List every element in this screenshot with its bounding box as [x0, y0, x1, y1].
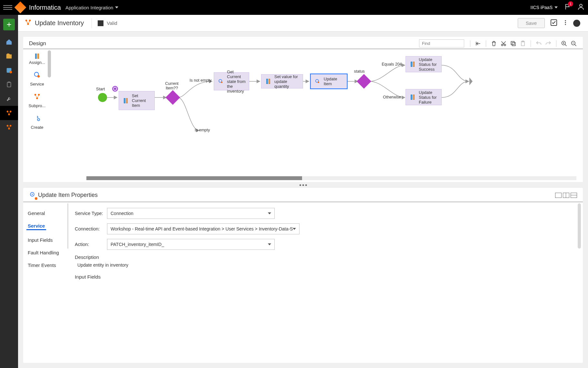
redo-icon[interactable] [545, 40, 552, 47]
validate-button[interactable] [550, 19, 558, 28]
gateway-label-status: status [354, 69, 365, 74]
node-label: Update Status for Success [419, 57, 438, 72]
svg-point-0 [580, 4, 582, 7]
collapse-start-icon[interactable] [475, 40, 481, 47]
node-get-current-state[interactable]: Get Current state from the inventory [214, 72, 249, 90]
rail-connections-active[interactable] [0, 106, 18, 120]
svg-point-33 [221, 82, 223, 83]
node-update-item[interactable]: Update Item [310, 74, 348, 89]
gateway-current-item[interactable] [165, 90, 180, 105]
service-type-label: Service Type: [75, 211, 107, 216]
svg-rect-4 [8, 82, 10, 83]
palette-label: Service [30, 82, 44, 87]
tab-input-fields[interactable]: Input Fields [26, 235, 68, 247]
tenant-name: IICS iPaaS [531, 5, 553, 10]
layout-split-h[interactable] [571, 193, 577, 198]
zoom-in-icon[interactable] [561, 40, 567, 47]
node-update-success[interactable]: Update Status for Success [406, 56, 442, 72]
save-button[interactable]: Save [518, 18, 545, 28]
find-input[interactable] [419, 39, 464, 47]
cut-icon[interactable] [500, 40, 507, 47]
status-indicator[interactable] [573, 20, 580, 27]
rail-tools[interactable] [0, 92, 18, 106]
palette-subprocess[interactable]: Subpro... [26, 92, 48, 111]
svg-point-6 [10, 111, 12, 113]
paste-icon[interactable] [520, 40, 526, 47]
app-switcher[interactable]: Application Integration [65, 5, 118, 10]
palette: Assign... Service Subpro... Create [23, 49, 51, 182]
tab-service[interactable]: Service [26, 220, 46, 230]
left-rail [0, 15, 18, 368]
rail-clipboard[interactable] [0, 77, 18, 92]
design-header: Design [23, 37, 583, 49]
rail-processes[interactable] [0, 63, 18, 77]
input-fields-section: Input Fields [75, 274, 576, 280]
palette-create[interactable]: Create [26, 113, 48, 133]
delete-icon[interactable] [491, 40, 497, 47]
tenant-switcher[interactable]: IICS iPaaS [531, 5, 558, 10]
node-label: Update Status for Failure [419, 90, 438, 105]
chevron-down-icon [115, 6, 118, 8]
node-set-current-item[interactable]: Set Current Item [119, 91, 155, 110]
more-menu[interactable] [562, 19, 569, 28]
canvas[interactable]: Start Set Current Item Current Item?? Is… [51, 49, 583, 182]
rail-home[interactable] [0, 35, 18, 49]
properties-tabs: General Service Input Fields Fault Handl… [23, 202, 68, 363]
process-icon [24, 19, 32, 27]
node-label: Set value for update quantity [274, 74, 299, 89]
user-menu[interactable] [577, 3, 585, 12]
new-button[interactable] [3, 19, 15, 30]
rail-connections[interactable] [0, 120, 18, 134]
informatica-logo [15, 2, 26, 14]
layout-switcher [555, 193, 577, 198]
node-set-value-qty[interactable]: Set value for update quantity [261, 74, 303, 88]
edge-label-otherwise: Otherwise [383, 95, 401, 99]
service-type-select[interactable]: Connection [107, 208, 275, 219]
design-toolbar [469, 40, 577, 47]
notifications-button[interactable]: 1 [564, 3, 571, 12]
undo-icon[interactable] [535, 40, 542, 47]
properties-header: Update Item Properties [23, 188, 583, 202]
select-value: Connection [111, 211, 133, 216]
canvas-scrollbar[interactable] [86, 176, 576, 180]
start-node[interactable] [98, 93, 107, 102]
app-name: Application Integration [65, 5, 113, 10]
layout-split-v[interactable] [563, 193, 569, 198]
select-value: PATCH_inventory_itemID_ [111, 242, 164, 247]
action-select[interactable]: PATCH_inventory_itemID_ [107, 239, 275, 250]
properties-title: Update Item Properties [38, 192, 98, 199]
svg-rect-21 [511, 41, 514, 45]
notification-badge: 1 [568, 1, 573, 6]
palette-assignment[interactable]: Assign... [26, 52, 48, 68]
svg-point-16 [565, 22, 566, 23]
svg-rect-20 [512, 42, 515, 46]
tab-general[interactable]: General [26, 208, 68, 220]
rail-explore[interactable] [0, 49, 18, 63]
palette-service[interactable]: Service [26, 70, 48, 90]
tab-timer-events[interactable]: Timer Events [26, 260, 68, 272]
node-update-failure[interactable]: Update Status for Failure [406, 89, 442, 105]
gateway-status[interactable] [357, 74, 371, 88]
svg-point-5 [7, 111, 9, 113]
palette-label: Subpro... [29, 103, 46, 108]
node-label: Update Item [324, 77, 344, 86]
properties-panel: Update Item Properties General Service I… [23, 188, 583, 363]
svg-point-8 [7, 125, 9, 127]
panel-resize-handle[interactable] [23, 182, 583, 188]
design-title: Design [29, 40, 46, 47]
menu-icon[interactable] [3, 3, 12, 12]
svg-point-9 [10, 125, 12, 127]
tab-fault-handling[interactable]: Fault Handling [26, 247, 68, 260]
gateway-label: Current Item?? [161, 81, 183, 90]
edge-label-204: Equals 204 [382, 62, 402, 66]
copy-icon[interactable] [510, 40, 516, 47]
palette-label: Create [31, 125, 43, 130]
connection-select[interactable]: Workshop - Real-time API and Event-based… [107, 223, 299, 234]
design-body: Assign... Service Subpro... Create [23, 49, 583, 182]
chevron-down-icon [268, 243, 271, 245]
palette-scrollbar[interactable] [48, 50, 51, 77]
zoom-out-icon[interactable] [571, 40, 577, 47]
properties-form: Service Type: Connection Connection: Wor… [68, 202, 583, 363]
layout-single[interactable] [555, 193, 562, 198]
action-label: Action: [75, 242, 107, 247]
